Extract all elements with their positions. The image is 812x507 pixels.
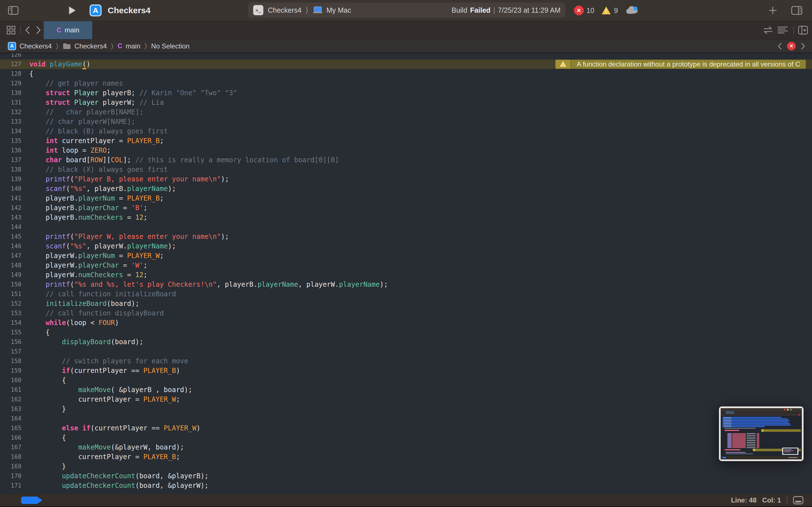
code-line-150[interactable]: 150 printf("%s and %s, let's play Checke… — [0, 280, 812, 289]
code-line-129[interactable]: 129 // get player names — [0, 78, 812, 88]
line-number[interactable]: 171 — [0, 482, 25, 489]
breadcrumb-project[interactable]: Checkers4 — [19, 42, 52, 50]
code-line-159[interactable]: 159 if(currentPlayer == PLAYER_B) — [0, 366, 812, 376]
line-number[interactable]: 134 — [0, 128, 25, 135]
line-number[interactable]: 133 — [0, 118, 25, 125]
line-number[interactable]: 140 — [0, 185, 25, 192]
line-number[interactable]: 161 — [0, 386, 25, 393]
line-number[interactable]: 153 — [0, 310, 25, 317]
code-line-146[interactable]: 146 scanf("%s", playerW.playerName); — [0, 241, 812, 251]
swap-editor-button[interactable] — [763, 21, 773, 39]
right-panel-toggle-button[interactable] — [791, 0, 802, 21]
code-line-141[interactable]: 141 playerB.playerNum = PLAYER_B; — [0, 193, 812, 203]
code-line-144[interactable]: 144 — [0, 222, 812, 232]
code-line-133[interactable]: 133 // char playerW[NAME]; — [0, 117, 812, 126]
breakpoint-tag-icon[interactable] — [21, 496, 43, 504]
line-number[interactable]: 159 — [0, 367, 25, 374]
forward-button[interactable] — [35, 21, 42, 39]
line-number[interactable]: 132 — [0, 109, 25, 115]
line-number[interactable]: 129 — [0, 80, 25, 87]
next-issue-button[interactable] — [800, 42, 806, 50]
line-number[interactable]: 167 — [0, 444, 25, 451]
code-line-164[interactable]: 164 — [0, 414, 812, 424]
split-editor-button[interactable] — [798, 21, 808, 39]
code-line-138[interactable]: 138 // black (X) always goes first — [0, 165, 812, 174]
line-number[interactable]: 168 — [0, 453, 25, 460]
code-line-162[interactable]: 162 currentPlayer = PLAYER_W; — [0, 395, 812, 404]
run-button[interactable] — [68, 0, 76, 21]
line-number[interactable]: 148 — [0, 262, 25, 269]
line-number[interactable]: 163 — [0, 406, 25, 412]
stop-error-icon[interactable]: ✕ — [787, 42, 796, 50]
line-number[interactable]: 142 — [0, 205, 25, 211]
build-status[interactable]: Build Failed | 7/25/23 at 11:29 AM — [452, 6, 560, 14]
bottom-panel-icon[interactable] — [793, 496, 804, 504]
tab-main[interactable]: C main — [44, 21, 92, 39]
line-number[interactable]: 131 — [0, 99, 25, 106]
code-line-149[interactable]: 149 playerW.numCheckers = 12; — [0, 270, 812, 280]
line-number[interactable]: 151 — [0, 291, 25, 297]
line-number[interactable]: 166 — [0, 434, 25, 441]
code-line-137[interactable]: 137 char board[ROW][COL]; // this is rea… — [0, 155, 812, 165]
code-line-131[interactable]: 131 struct Player playerW; // Lia — [0, 98, 812, 107]
code-line-130[interactable]: 130 struct Player playerB; // Karin "One… — [0, 88, 812, 98]
code-line-128[interactable]: 128{ — [0, 69, 812, 78]
line-number[interactable]: 136 — [0, 147, 25, 154]
breadcrumb-group[interactable]: Checkers4 — [74, 42, 107, 50]
breadcrumb-file[interactable]: main — [126, 42, 140, 50]
line-number[interactable]: 146 — [0, 243, 25, 249]
error-badge-icon[interactable]: ✕ — [574, 6, 583, 15]
line-number[interactable]: 170 — [0, 473, 25, 480]
line-number[interactable]: 149 — [0, 272, 25, 278]
code-line-158[interactable]: 158 // switch players for each move — [0, 356, 812, 366]
scheme-destination[interactable]: My Mac — [326, 6, 351, 14]
sidebar-toggle-button[interactable] — [8, 0, 18, 21]
warning-count[interactable]: 9 — [614, 6, 618, 15]
cloud-sync-icon[interactable] — [625, 5, 640, 15]
minimap-button[interactable] — [777, 21, 788, 39]
code-line-168[interactable]: 168 currentPlayer = PLAYER_B; — [0, 452, 812, 462]
line-number[interactable]: 147 — [0, 252, 25, 259]
code-line-148[interactable]: 148 playerW.playerChar = 'W'; — [0, 261, 812, 270]
line-number[interactable]: 126 — [0, 53, 25, 58]
code-line-165[interactable]: 165 else if(currentPlayer == PLAYER_W) — [0, 424, 812, 433]
code-line-156[interactable]: 156 displayBoard(board); — [0, 337, 812, 347]
code-line-169[interactable]: 169 } — [0, 462, 812, 471]
line-number[interactable]: 137 — [0, 157, 25, 163]
add-tab-button[interactable] — [768, 0, 777, 21]
code-line-136[interactable]: 136 int loop = ZERO; — [0, 146, 812, 155]
code-line-139[interactable]: 139 printf("Player B, please enter your … — [0, 174, 812, 184]
line-number[interactable]: 135 — [0, 137, 25, 144]
line-number[interactable]: 127 — [0, 61, 25, 68]
activity-viewer[interactable]: >_ Checkers4 ⟩ My Mac Build Failed | 7/2… — [248, 3, 566, 18]
warning-triangle-icon[interactable] — [601, 6, 611, 15]
code-line-167[interactable]: 167 makeMove(&playerW, board); — [0, 443, 812, 452]
code-line-152[interactable]: 152 initializeBoard(board); — [0, 299, 812, 308]
code-line-134[interactable]: 134 // black (B) always goes first — [0, 126, 812, 136]
code-line-147[interactable]: 147 playerW.playerNum = PLAYER_W; — [0, 251, 812, 261]
line-number[interactable]: 152 — [0, 300, 25, 307]
code-line-142[interactable]: 142 playerB.playerChar = 'B'; — [0, 203, 812, 213]
line-number[interactable]: 154 — [0, 320, 25, 326]
scheme-app-name[interactable]: Checkers4 — [268, 6, 302, 14]
line-number[interactable]: 141 — [0, 195, 25, 202]
code-line-160[interactable]: 160 { — [0, 376, 812, 385]
code-line-153[interactable]: 153 // call function displayBoard — [0, 308, 812, 318]
related-items-button[interactable] — [6, 21, 16, 39]
code-line-145[interactable]: 145 printf("Player W, please enter your … — [0, 232, 812, 241]
line-number[interactable]: 130 — [0, 90, 25, 96]
code-line-143[interactable]: 143 playerB.numCheckers = 12; — [0, 213, 812, 222]
code-line-140[interactable]: 140 scanf("%s", playerB.playerName); — [0, 184, 812, 193]
inline-warning-banner[interactable]: A function declaration without a prototy… — [555, 60, 806, 69]
code-line-154[interactable]: 154 while(loop < FOUR) — [0, 318, 812, 328]
line-number[interactable]: 165 — [0, 425, 25, 432]
line-number[interactable]: 139 — [0, 176, 25, 182]
line-number[interactable]: 138 — [0, 166, 25, 173]
code-line-161[interactable]: 161 makeMove( &playerB , board); — [0, 385, 812, 395]
breadcrumb-selection[interactable]: No Selection — [151, 42, 190, 50]
line-number[interactable]: 155 — [0, 329, 25, 336]
code-line-135[interactable]: 135 int currentPlayer = PLAYER_B; — [0, 136, 812, 146]
code-line-126[interactable]: 126 — [0, 53, 812, 59]
line-number[interactable]: 144 — [0, 224, 25, 230]
line-number[interactable]: 143 — [0, 214, 25, 221]
